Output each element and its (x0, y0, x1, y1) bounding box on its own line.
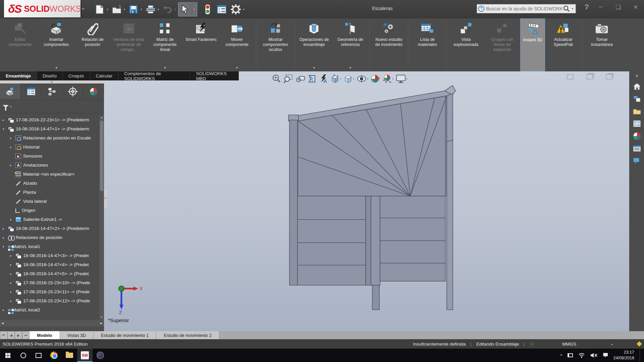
save-caret-icon[interactable]: ▾ (141, 8, 142, 11)
assembly-features-caret-icon[interactable]: ▾ (313, 66, 315, 71)
status-flag-icon[interactable] (530, 342, 534, 346)
scroll-up-icon[interactable]: ▲ (99, 115, 104, 120)
tree-item-assembly[interactable]: ▸18-08-2016-14-47<4> -> (Predet (0, 260, 99, 269)
units-caret-icon[interactable]: ▴ (611, 343, 612, 346)
tree-item-material[interactable]: Material <sin especificar> (0, 170, 99, 179)
move-component-button[interactable]: Mover componente ▾ (219, 18, 255, 71)
file-explorer-taskbar-button[interactable] (62, 349, 77, 362)
tab-solidworks-mbd[interactable]: SOLIDWORKS MBD (190, 71, 239, 80)
scroll-right-icon[interactable]: ▶ (99, 321, 104, 325)
mate-button[interactable]: Relación de posición (74, 18, 111, 71)
undo-button[interactable] (161, 3, 174, 16)
rebuild-button[interactable] (201, 3, 214, 16)
volume-muted-icon[interactable] (590, 353, 598, 358)
new-motion-study-button[interactable]: Nuevo estudio de movimiento (371, 18, 407, 71)
select-tool-button[interactable] (178, 3, 191, 16)
restore-button[interactable]: ❏ (612, 4, 624, 11)
show-desktop-button[interactable] (640, 349, 642, 362)
tree-item-assembly[interactable]: ▸18-08-2016-14-47<3> -> (Predet (0, 251, 99, 260)
tab-estudio-movimiento-2[interactable]: Estudio de movimiento 2 (156, 331, 219, 339)
tree-item-plane[interactable]: Alzado (0, 179, 99, 188)
tab-estudio-movimiento-1[interactable]: Estudio de movimiento 1 (94, 331, 156, 339)
tree-item-assembly[interactable]: ▸18-08-2016-14-47<5> -> (Predet (0, 269, 99, 278)
scrollbar-thumb[interactable] (100, 121, 103, 191)
tree-item-history[interactable]: ▸Historial (0, 142, 99, 152)
tab-calcular[interactable]: Calcular (90, 71, 119, 80)
print-button[interactable] (144, 3, 157, 16)
instant-3d-button[interactable]: Instant 3D (520, 18, 545, 71)
custom-properties-tab[interactable] (630, 142, 644, 155)
tree-item-assembly[interactable]: ▸17-08-2016-15-23<12> -> (Prede (0, 296, 99, 305)
smart-fasteners-button[interactable]: Smart Fasteners (183, 18, 219, 71)
wifi-icon[interactable] (578, 353, 585, 358)
tree-item-assembly[interactable]: ▸17-08-2016-15-23<11> -> (Prede (0, 287, 99, 296)
save-button[interactable] (127, 3, 140, 16)
task-pane-close-icon[interactable]: ✕ (630, 71, 644, 80)
menu-flyout-arrow[interactable]: ▸ (83, 6, 85, 11)
undo-caret-icon[interactable]: ▾ (174, 8, 176, 11)
close-button[interactable]: ✕ (630, 4, 641, 11)
tablet-mode-icon[interactable] (568, 353, 573, 357)
take-snapshot-button[interactable]: Tomar instantánea (584, 18, 620, 71)
tab-vistas-3d[interactable]: Vistas 3D (60, 331, 94, 339)
solidworks-taskbar-button[interactable]: SW (77, 349, 93, 362)
linear-component-pattern-button[interactable]: Matriz de componente lineal ▾ (147, 18, 183, 71)
insert-components-caret-icon[interactable]: ▾ (56, 66, 57, 71)
propertymanager-tab[interactable] (21, 83, 42, 99)
new-caret-icon[interactable]: ▾ (107, 8, 108, 11)
new-document-button[interactable] (93, 3, 106, 16)
insert-components-button[interactable]: Insertar componentes ▾ (38, 18, 74, 71)
open-caret-icon[interactable]: ▾ (124, 8, 125, 11)
bill-of-materials-button[interactable]: Lista de materiales (409, 18, 445, 71)
minimize-button[interactable]: ─ (595, 4, 606, 10)
dimxpertmanager-tab[interactable] (62, 83, 83, 99)
open-document-button[interactable] (110, 3, 123, 16)
tree-item-mates[interactable]: ▸Relaciones de posición (0, 233, 99, 242)
tree-item-pattern[interactable]: ▸MatrizL local2 (0, 305, 99, 314)
search-icon[interactable] (563, 5, 570, 12)
graphics-viewport[interactable]: A ▾ ▾ ▾ ▾ ▾ (104, 71, 629, 331)
tree-item-annotations[interactable]: ▸AAnotaciones (0, 161, 99, 170)
next-tab-icon[interactable]: ▶ (15, 331, 22, 339)
assembly-features-button[interactable]: Operaciones de ensamblaje ▾ (296, 18, 332, 71)
solidworks-resources-tab[interactable] (630, 80, 644, 93)
tab-croquis[interactable]: Croquis (63, 71, 90, 80)
panel-splitter-handle[interactable] (0, 80, 104, 83)
tree-item-pattern[interactable]: ▾MatrizL local1 (0, 242, 99, 251)
tree-item-assembly[interactable]: ▸17-08-2016-22-23<1> -> (Predeterm (0, 115, 99, 124)
tree-item-assembly[interactable]: ▸18-08-2016-14-47<2> -> (Predeterm (0, 224, 99, 233)
update-speedpak-button[interactable]: Actualizar SpeedPak (545, 18, 581, 71)
appearances-scenes-tab[interactable] (630, 130, 644, 142)
tree-item-mates-folder[interactable]: ▸Relaciones de posición en Escale (0, 133, 99, 142)
alert-icon[interactable] (637, 341, 642, 347)
start-button[interactable] (0, 349, 15, 362)
first-tab-icon[interactable]: ⏮ (0, 331, 7, 339)
help-caret-icon[interactable]: ▾ (586, 6, 587, 10)
linear-pattern-caret-icon[interactable]: ▾ (164, 66, 166, 71)
design-library-tab[interactable] (630, 93, 644, 105)
filter-icon[interactable] (3, 105, 9, 108)
panel-collapse-handle[interactable] (104, 189, 107, 208)
tab-complementos[interactable]: Complementos de SOLIDWORKS (118, 71, 190, 80)
featuremanager-tree-tab[interactable] (0, 83, 21, 99)
search-caret-icon[interactable]: ▾ (571, 7, 574, 10)
cortana-search-button[interactable] (15, 349, 31, 362)
tree-item-assembly[interactable]: ▸17-08-2016-15-23<10> -> (Prede (0, 278, 99, 287)
options-gear-button[interactable] (229, 3, 242, 16)
configurationmanager-tab[interactable] (42, 83, 62, 99)
taskbar-clock[interactable]: 23:17 24/08/2016 (613, 350, 634, 361)
file-properties-button[interactable] (215, 3, 228, 16)
solidworks-forum-tab[interactable] (630, 155, 644, 167)
reference-geometry-caret-icon[interactable]: ▾ (350, 66, 351, 71)
search-input[interactable] (486, 6, 562, 11)
staircase-model[interactable] (104, 71, 629, 331)
units-label[interactable]: MMGS (562, 342, 576, 347)
reference-geometry-button[interactable]: Geometría de referencia ▾ (332, 18, 368, 71)
file-explorer-tab[interactable] (630, 105, 644, 117)
move-component-caret-icon[interactable]: ▾ (236, 66, 238, 71)
tree-item-plane[interactable]: Planta (0, 188, 99, 197)
task-view-button[interactable] (31, 349, 46, 362)
prev-tab-icon[interactable]: ◀ (7, 331, 15, 339)
tray-expand-icon[interactable]: ^ (560, 353, 562, 358)
options-caret-icon[interactable]: ▾ (243, 8, 245, 11)
